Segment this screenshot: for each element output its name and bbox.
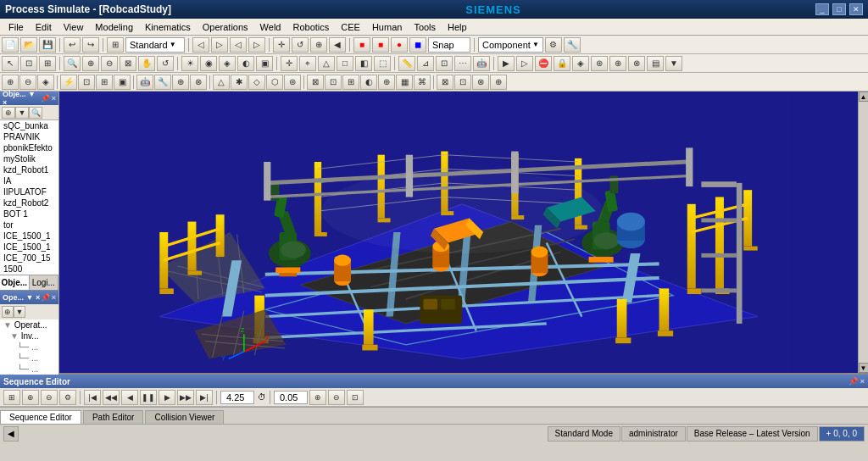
- tb2-btn32[interactable]: ⊕: [609, 56, 626, 71]
- tb3-btn26[interactable]: ⊗: [472, 75, 489, 90]
- menu-file[interactable]: File: [3, 21, 29, 33]
- obj-tb-btn3[interactable]: 🔍: [29, 107, 42, 119]
- restore-btn[interactable]: □: [832, 3, 846, 15]
- tb3-robot1-btn[interactable]: 🤖: [136, 75, 153, 90]
- ops-tb-btn1[interactable]: ⊕: [2, 306, 14, 318]
- tree-item[interactable]: kzd_Robot1: [0, 164, 58, 175]
- seq-play-btn[interactable]: ▶: [159, 390, 175, 405]
- tree-item[interactable]: IA: [0, 175, 58, 186]
- scroll-up-btn[interactable]: ▲: [859, 92, 869, 102]
- close-btn[interactable]: ✕: [849, 3, 863, 15]
- tb3-btn1[interactable]: ⊕: [2, 75, 19, 90]
- tb3-btn6[interactable]: ⊞: [96, 75, 113, 90]
- tb3-robot2-btn[interactable]: 🔧: [154, 75, 171, 90]
- tb-rotate-btn[interactable]: ↺: [292, 37, 309, 53]
- tb2-btn27[interactable]: ▷: [516, 56, 533, 71]
- tb3-btn19[interactable]: ⊞: [342, 75, 359, 90]
- tb2-btn13[interactable]: ◐: [237, 56, 254, 71]
- ops-item[interactable]: ▼ Inv...: [0, 330, 58, 342]
- tb3-btn12[interactable]: △: [213, 75, 230, 90]
- seq-skip-start-btn[interactable]: |◀: [84, 390, 101, 405]
- menu-modeling[interactable]: Modeling: [90, 21, 138, 33]
- tb3-btn27[interactable]: ⊕: [490, 75, 507, 90]
- tree-item[interactable]: ICE_700_15: [0, 253, 58, 264]
- seq-zoom-in-btn[interactable]: ⊕: [22, 390, 39, 405]
- tree-item[interactable]: sQC_bunka: [0, 120, 58, 131]
- seq-skip-end-btn[interactable]: ▶|: [196, 390, 213, 405]
- seq-prev-btn[interactable]: ◀: [121, 390, 138, 405]
- tb-btn9[interactable]: ◀: [329, 37, 346, 53]
- tb3-btn4[interactable]: ⚡: [60, 75, 77, 90]
- obj-tb-btn2[interactable]: ▼: [15, 107, 29, 119]
- tb-record-btn[interactable]: ●: [391, 37, 408, 53]
- tree-item[interactable]: 1500: [0, 264, 58, 275]
- tb-move-btn[interactable]: ✛: [273, 37, 290, 53]
- tb2-btn26[interactable]: ▶: [498, 56, 515, 71]
- tree-item[interactable]: kzd_Robot2: [0, 197, 58, 208]
- tab-logic[interactable]: Logi...: [30, 275, 59, 290]
- tb2-btn28[interactable]: ⛔: [535, 56, 552, 71]
- menu-human[interactable]: Human: [367, 21, 407, 33]
- menu-cee[interactable]: CEE: [336, 21, 365, 33]
- obj-tb-btn1[interactable]: ⊕: [2, 107, 15, 119]
- seq-zoom-out-btn[interactable]: ⊖: [41, 390, 58, 405]
- tab-objects[interactable]: Obje...: [0, 275, 30, 290]
- tree-item[interactable]: ICE_1500_1: [0, 242, 58, 253]
- tb2-robot-btn[interactable]: 🤖: [473, 56, 490, 71]
- menu-robotics[interactable]: Robotics: [287, 21, 334, 33]
- tb3-btn16[interactable]: ⊛: [284, 75, 301, 90]
- tb3-btn2[interactable]: ⊖: [19, 75, 36, 90]
- seq-close-btn[interactable]: ×: [860, 377, 865, 386]
- tb2-btn16[interactable]: ⌖: [299, 56, 316, 71]
- obj-panel-close[interactable]: ×: [52, 94, 56, 103]
- tb3-btn14[interactable]: ◇: [248, 75, 265, 90]
- tb3-btn3[interactable]: ◈: [37, 75, 54, 90]
- menu-operations[interactable]: Operations: [198, 21, 253, 33]
- seq-step-back-btn[interactable]: ◀◀: [103, 390, 120, 405]
- seq-pause-btn[interactable]: ❚❚: [140, 390, 157, 405]
- tb-btn6[interactable]: ▷: [248, 37, 265, 53]
- seq-pin-btn[interactable]: 📌: [849, 377, 858, 386]
- ops-panel-pin[interactable]: 📌: [41, 293, 50, 302]
- seq-zoom-fit-btn[interactable]: ⊞: [3, 390, 20, 405]
- tb2-btn23[interactable]: ⊡: [436, 56, 453, 71]
- tb-btn3[interactable]: ◁: [192, 37, 209, 53]
- tb3-btn7[interactable]: ▣: [114, 75, 131, 90]
- seq-time-input[interactable]: 4.25: [220, 391, 254, 404]
- tb2-btn12[interactable]: ◈: [219, 56, 236, 71]
- tb3-btn13[interactable]: ✱: [231, 75, 248, 90]
- seq-speed-btn3[interactable]: ⊡: [347, 390, 364, 405]
- seq-fast-fwd-btn[interactable]: ▶▶: [177, 390, 194, 405]
- tb3-btn15[interactable]: ⬡: [266, 75, 283, 90]
- tb2-pan-btn[interactable]: ✋: [138, 56, 155, 71]
- tree-item[interactable]: PRAVNIK: [0, 131, 58, 142]
- menu-kinematics[interactable]: Kinematics: [140, 21, 196, 33]
- tb3-btn24[interactable]: ⊠: [437, 75, 453, 90]
- tb2-filter-btn[interactable]: ▼: [665, 56, 682, 71]
- 3d-viewport[interactable]: X Z Y: [59, 92, 858, 373]
- tab-path-editor[interactable]: Path Editor: [83, 410, 143, 424]
- viewport-scrollbar[interactable]: ▲ ▼: [858, 92, 868, 373]
- tree-item[interactable]: IIPULATOF: [0, 186, 58, 197]
- tb3-btn10[interactable]: ⊕: [172, 75, 189, 90]
- menu-tools[interactable]: Tools: [409, 21, 441, 33]
- tree-item[interactable]: pbonikEfekto: [0, 142, 58, 153]
- menu-edit[interactable]: Edit: [31, 21, 57, 33]
- tb2-btn34[interactable]: ▤: [647, 56, 664, 71]
- seq-options-btn[interactable]: ⚙: [59, 390, 76, 405]
- tb-btn4[interactable]: ▷: [211, 37, 228, 53]
- tb2-rotate-btn[interactable]: ↺: [157, 56, 174, 71]
- tb-redo-btn[interactable]: ↪: [82, 37, 99, 53]
- tb-grid-btn[interactable]: ⊞: [107, 37, 124, 53]
- window-controls[interactable]: _ □ ✕: [815, 3, 863, 15]
- obj-panel-pin[interactable]: 📌: [41, 94, 50, 103]
- tb2-btn22[interactable]: ⊿: [417, 56, 434, 71]
- tb-save-btn[interactable]: 💾: [39, 37, 56, 53]
- seq-speed-input[interactable]: 0.05: [274, 391, 308, 404]
- tb2-btn29[interactable]: 🔒: [554, 56, 570, 71]
- tree-item[interactable]: myStolik: [0, 153, 58, 164]
- tree-item[interactable]: BOT 1: [0, 208, 58, 219]
- tb3-btn5[interactable]: ⊡: [78, 75, 95, 90]
- tb2-zoomout-btn[interactable]: ⊖: [101, 56, 118, 71]
- ops-panel-close[interactable]: ×: [52, 293, 56, 302]
